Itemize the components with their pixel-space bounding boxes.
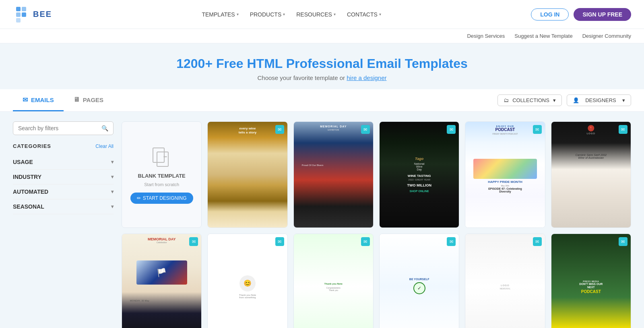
svg-rect-1 bbox=[22, 7, 26, 11]
nav-links: TEMPLATES ▾ PRODUCTS ▾ RESOURCES ▾ CONTA… bbox=[202, 11, 381, 18]
svg-rect-2 bbox=[16, 12, 21, 17]
svg-rect-6 bbox=[157, 152, 168, 166]
template-card-bottom5[interactable]: ✉ PRESS MEDIA DON'T MISS OURNEXT PODCAST bbox=[551, 234, 631, 328]
email-icon: ✉ bbox=[450, 239, 453, 244]
template-thumb: PRESS MEDIA DON'T MISS OURNEXT PODCAST bbox=[551, 234, 631, 328]
template-thumb: ENJOY OUR PODCAST FRIDAY MONTH PODCAST H… bbox=[465, 122, 545, 228]
chevron-down-icon: ▾ bbox=[283, 12, 285, 16]
tab-emails[interactable]: ✉ EMAILS bbox=[13, 90, 64, 111]
template-card-wine-bottle[interactable]: ✉ 📍 LOGO Cambric Sans Sarif 2002Wine of … bbox=[551, 121, 631, 228]
email-badge: ✉ bbox=[361, 237, 370, 246]
chevron-down-icon: ▾ bbox=[334, 12, 336, 16]
tab-pages[interactable]: 🖥 PAGES bbox=[64, 90, 113, 111]
email-icon: ✉ bbox=[535, 127, 539, 132]
login-button[interactable]: LOG IN bbox=[531, 8, 569, 20]
main-layout: 🔍 CATEGORIES Clear All USAGE ▾ INDUSTRY … bbox=[0, 112, 644, 328]
nav-products[interactable]: PRODUCTS ▾ bbox=[250, 11, 285, 18]
template-thumb: LOGO MEMORIAL bbox=[465, 234, 545, 328]
email-badge: ✉ bbox=[619, 125, 627, 134]
chevron-down-icon: ▾ bbox=[111, 174, 114, 180]
hero-section: 1200+ Free HTML Professional Email Templ… bbox=[0, 43, 644, 89]
search-icon[interactable]: 🔍 bbox=[101, 125, 108, 131]
chevron-down-icon: ▾ bbox=[622, 97, 625, 103]
sidebar: 🔍 CATEGORIES Clear All USAGE ▾ INDUSTRY … bbox=[13, 121, 114, 328]
category-industry[interactable]: INDUSTRY ▾ bbox=[13, 170, 114, 184]
logo-text: BEE bbox=[33, 10, 52, 19]
email-badge: ✉ bbox=[189, 237, 198, 246]
email-badge: ✉ bbox=[533, 237, 542, 246]
template-card-bottom4[interactable]: ✉ LOGO MEMORIAL bbox=[465, 234, 545, 328]
template-grid: BLANK TEMPLATE Start from scratch ✏ STAR… bbox=[122, 121, 631, 328]
template-card-bottom3[interactable]: ✉ BE YOURSELF ✓ bbox=[379, 234, 459, 328]
template-card-memorial2[interactable]: ✉ MEMORIAL DAY Celebration 🏳️ MONDAY, 30… bbox=[122, 234, 202, 328]
top-nav: BEE TEMPLATES ▾ PRODUCTS ▾ RESOURCES ▾ C… bbox=[0, 0, 644, 29]
blank-template-card[interactable]: BLANK TEMPLATE Start from scratch ✏ STAR… bbox=[122, 121, 202, 228]
email-icon: ✉ bbox=[535, 239, 539, 244]
sub-nav: Design Services Suggest a New Template D… bbox=[0, 29, 644, 43]
blank-thumb: BLANK TEMPLATE Start from scratch ✏ STAR… bbox=[122, 122, 201, 228]
template-card-bottom2[interactable]: ✉ Thank you Note CongratulationsThank yo… bbox=[293, 234, 374, 328]
category-seasonal[interactable]: SEASONAL ▾ bbox=[13, 199, 114, 214]
template-card-podcast[interactable]: ✉ ENJOY OUR PODCAST FRIDAY MONTH PODCAST… bbox=[465, 121, 545, 228]
email-badge: ✉ bbox=[447, 125, 456, 134]
bee-logo-icon bbox=[13, 6, 30, 23]
email-badge: ✉ bbox=[619, 237, 627, 246]
email-badge: ✉ bbox=[275, 237, 284, 246]
email-badge: ✉ bbox=[447, 237, 456, 246]
search-box[interactable]: 🔍 bbox=[13, 121, 114, 135]
nav-resources[interactable]: RESOURCES ▾ bbox=[296, 11, 336, 18]
logo-area[interactable]: BEE bbox=[13, 6, 52, 23]
designers-dropdown[interactable]: 👤 DESIGNERS ▾ bbox=[567, 94, 631, 106]
pages-tab-icon: 🖥 bbox=[73, 96, 80, 103]
email-icon: ✉ bbox=[450, 127, 453, 132]
nav-contacts[interactable]: CONTACTS ▾ bbox=[347, 11, 381, 18]
collections-icon: 🗂 bbox=[504, 97, 509, 103]
search-input[interactable] bbox=[18, 125, 101, 131]
svg-rect-3 bbox=[22, 12, 26, 17]
categories-title: CATEGORIES bbox=[13, 143, 51, 149]
blank-template-icon bbox=[150, 146, 174, 170]
clear-all-button[interactable]: Clear All bbox=[95, 144, 114, 149]
designers-icon: 👤 bbox=[573, 97, 579, 103]
nav-templates[interactable]: TEMPLATES ▾ bbox=[202, 11, 238, 18]
template-thumb: 😊 Thank you Notefrom something bbox=[208, 234, 287, 328]
svg-rect-0 bbox=[16, 7, 21, 11]
blank-title: BLANK TEMPLATE bbox=[138, 173, 186, 179]
pencil-icon: ✏ bbox=[137, 195, 141, 201]
blank-subtitle: Start from scratch bbox=[144, 182, 179, 187]
email-icon: ✉ bbox=[278, 127, 281, 132]
category-automated[interactable]: AUTOMATED ▾ bbox=[13, 184, 114, 199]
signup-button[interactable]: SIGN UP FREE bbox=[574, 8, 631, 21]
svg-rect-5 bbox=[153, 148, 164, 162]
nav-actions: LOG IN SIGN UP FREE bbox=[531, 8, 631, 21]
chevron-down-icon: ▾ bbox=[111, 159, 114, 165]
template-thumb: every winetells a story bbox=[208, 122, 287, 228]
email-icon: ✉ bbox=[621, 239, 625, 244]
chevron-down-icon: ▾ bbox=[111, 189, 114, 195]
template-card-wine[interactable]: ✉ Tago NationalWineDay WINE TASTING 2022… bbox=[379, 121, 459, 228]
template-card-bottom1[interactable]: ✉ 😊 Thank you Notefrom something bbox=[207, 234, 287, 328]
template-card-memorial[interactable]: ✉ MEMORIAL DAY EXHIBITION Proud Of Our B… bbox=[293, 121, 374, 228]
chevron-down-icon: ▾ bbox=[237, 12, 239, 16]
hire-designer-link[interactable]: hire a designer bbox=[347, 74, 386, 81]
template-thumb: 📍 LOGO Cambric Sans Sarif 2002Wine of Au… bbox=[551, 122, 631, 228]
template-card-italy[interactable]: ✉ every winetells a story bbox=[207, 121, 287, 228]
template-thumb: MEMORIAL DAY EXHIBITION Proud Of Our Blv… bbox=[294, 122, 373, 228]
hero-subtitle: Choose your favorite template or hire a … bbox=[0, 74, 644, 81]
email-badge: ✉ bbox=[533, 125, 542, 134]
hero-title: 1200+ Free HTML Professional Email Templ… bbox=[0, 56, 644, 71]
design-services-link[interactable]: Design Services bbox=[467, 33, 505, 39]
start-designing-button[interactable]: ✏ START DESIGNING bbox=[130, 193, 193, 204]
category-usage[interactable]: USAGE ▾ bbox=[13, 155, 114, 170]
email-icon: ✉ bbox=[192, 239, 196, 244]
suggest-template-link[interactable]: Suggest a New Template bbox=[514, 33, 572, 39]
categories-header: CATEGORIES Clear All bbox=[13, 143, 114, 149]
email-tab-icon: ✉ bbox=[23, 96, 28, 104]
svg-rect-4 bbox=[16, 18, 21, 23]
collections-dropdown[interactable]: 🗂 COLLECTIONS ▾ bbox=[497, 94, 562, 106]
template-thumb: Thank you Note CongratulationsThank you bbox=[294, 234, 373, 328]
email-badge: ✉ bbox=[361, 125, 370, 134]
email-icon: ✉ bbox=[363, 127, 367, 132]
designer-community-link[interactable]: Designer Community bbox=[582, 33, 631, 39]
email-icon: ✉ bbox=[278, 239, 281, 244]
